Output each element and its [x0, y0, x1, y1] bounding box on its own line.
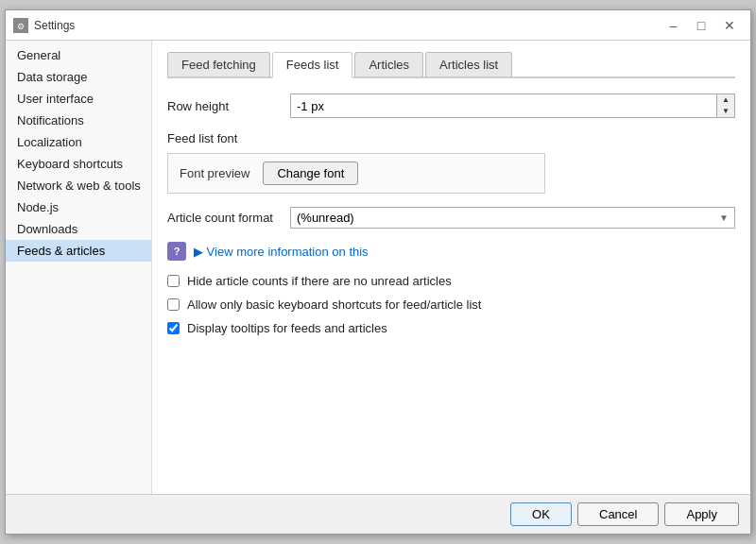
font-preview-text: Font preview: [180, 166, 249, 180]
sidebar-item-feeds-articles[interactable]: Feeds & articles: [6, 240, 151, 262]
hide-article-counts-checkbox[interactable]: [167, 275, 180, 287]
checkbox-row-1: Hide article counts if there are no unre…: [167, 274, 735, 288]
cancel-button[interactable]: Cancel: [577, 502, 659, 526]
sidebar-item-network-web-tools[interactable]: Network & web & tools: [6, 175, 151, 196]
content-area: Feed fetchingFeeds listArticlesArticles …: [152, 41, 750, 494]
tab-articles[interactable]: Articles: [354, 52, 423, 76]
sidebar-item-notifications[interactable]: Notifications: [6, 110, 151, 131]
row-height-input-wrapper: ▲ ▼: [290, 94, 735, 118]
title-bar: ⚙ Settings ‒ □ ✕: [6, 10, 750, 41]
tab-bar: Feed fetchingFeeds listArticlesArticles …: [167, 52, 735, 78]
article-count-select[interactable]: (%unread)(%total)[%unread][%total]: [291, 208, 713, 228]
article-count-format-label: Article count format: [167, 211, 281, 225]
sidebar-item-data-storage[interactable]: Data storage: [6, 66, 151, 88]
feed-list-font-label: Feed list font: [167, 131, 735, 145]
article-count-select-wrapper: (%unread)(%total)[%unread][%total] ▼: [290, 207, 735, 229]
change-font-button[interactable]: Change font: [263, 162, 358, 185]
minimize-button[interactable]: ‒: [660, 16, 686, 35]
row-height-row: Row height ▲ ▼: [167, 94, 735, 118]
window-body: GeneralData storageUser interfaceNotific…: [6, 41, 750, 494]
info-row: ? ▶ View more information on this: [167, 242, 735, 261]
basic-keyboard-shortcuts-checkbox[interactable]: [167, 298, 180, 311]
basic-keyboard-shortcuts-label: Allow only basic keyboard shortcuts for …: [187, 298, 481, 312]
sidebar-item-downloads[interactable]: Downloads: [6, 218, 151, 240]
sidebar-item-nodejs[interactable]: Node.js: [6, 196, 151, 218]
checkbox-row-3: Display tooltips for feeds and articles: [167, 321, 735, 335]
window-icon: ⚙: [13, 18, 28, 33]
display-tooltips-checkbox[interactable]: [167, 322, 180, 334]
row-height-input[interactable]: [291, 96, 716, 116]
ok-button[interactable]: OK: [510, 502, 572, 526]
select-arrow-icon: ▼: [713, 212, 734, 223]
font-preview-box: Font preview Change font: [167, 153, 545, 194]
sidebar-item-general[interactable]: General: [6, 44, 151, 66]
sidebar-item-user-interface[interactable]: User interface: [6, 88, 151, 110]
tab-feeds-list[interactable]: Feeds list: [272, 52, 353, 78]
apply-button[interactable]: Apply: [664, 502, 739, 526]
row-height-label: Row height: [167, 99, 281, 113]
window-title: Settings: [34, 19, 660, 32]
tab-articles-list[interactable]: Articles list: [425, 52, 512, 76]
row-height-down[interactable]: ▼: [717, 106, 734, 117]
window-controls: ‒ □ ✕: [660, 16, 743, 35]
article-count-format-row: Article count format (%unread)(%total)[%…: [167, 207, 735, 229]
info-icon: ?: [167, 242, 186, 261]
row-height-up[interactable]: ▲: [717, 94, 734, 106]
row-height-spinner: ▲ ▼: [716, 94, 734, 117]
tab-feed-fetching[interactable]: Feed fetching: [167, 52, 270, 76]
maximize-button[interactable]: □: [688, 16, 714, 35]
display-tooltips-label: Display tooltips for feeds and articles: [187, 321, 387, 335]
sidebar-item-localization[interactable]: Localization: [6, 131, 151, 153]
close-button[interactable]: ✕: [716, 16, 743, 35]
svg-text:⚙: ⚙: [17, 22, 25, 31]
sidebar: GeneralData storageUser interfaceNotific…: [6, 41, 152, 494]
checkbox-row-2: Allow only basic keyboard shortcuts for …: [167, 298, 735, 312]
sidebar-item-keyboard-shortcuts[interactable]: Keyboard shortcuts: [6, 153, 151, 175]
hide-article-counts-label: Hide article counts if there are no unre…: [187, 274, 452, 288]
bottom-bar: OK Cancel Apply: [6, 494, 750, 534]
feed-list-font-section: Feed list font Font preview Change font: [167, 131, 735, 194]
view-more-link[interactable]: ▶ View more information on this: [194, 245, 369, 259]
settings-window: ⚙ Settings ‒ □ ✕ GeneralData storageUser…: [5, 9, 751, 535]
